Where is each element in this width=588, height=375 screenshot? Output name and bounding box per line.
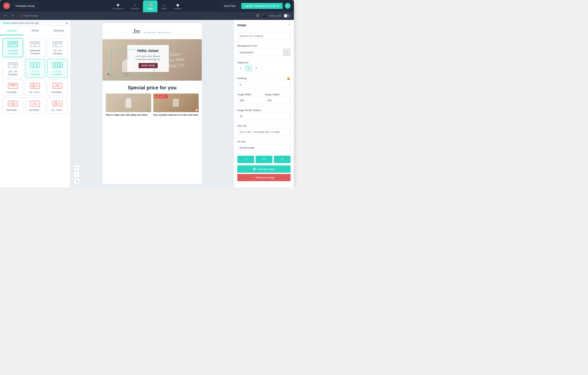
bg-color-section: Background Color <box>234 42 294 59</box>
undo-icon: ↩ <box>4 14 7 18</box>
nav-comments[interactable]: 💬 Comments <box>109 2 127 11</box>
tab-items[interactable]: Items <box>23 26 47 35</box>
mobile-icon: 📱 <box>262 14 266 18</box>
tab-layouts[interactable]: Layouts <box>0 26 23 35</box>
helper-grid-toggle[interactable] <box>284 14 291 18</box>
flip-vertical-button[interactable]: ⇕ <box>274 156 291 163</box>
change-image-button[interactable]: 🖼 Change Image <box>237 165 291 173</box>
image-crosshair-button[interactable]: ⊕ <box>154 94 158 99</box>
align-right-button[interactable]: ≡ <box>253 65 260 71</box>
svg-rect-21 <box>58 62 60 68</box>
image-settings-button[interactable]: ⚙ <box>159 94 163 99</box>
image-height-input[interactable] <box>265 97 291 104</box>
toolbar-right: 🖥 📱 Helper grid <box>255 13 291 18</box>
layout-full-width[interactable]: Full WidthContainer <box>2 38 23 57</box>
layout-twothird-third[interactable]: 2/3 - 1/3Container <box>2 59 23 78</box>
main-area: Drafts saved a few seconds ago ◀ Layouts… <box>0 20 294 187</box>
layout-full-red3[interactable]: Full Width ... <box>25 97 46 114</box>
email-hero: CLAIREHILL Knew You Were king For <box>103 39 202 81</box>
border-radius-input[interactable] <box>237 113 291 119</box>
align-left-button[interactable]: ≡ <box>237 65 244 71</box>
layout-four-quarter-label: 4 x 1/4Container <box>52 70 63 76</box>
layout-third-twothird[interactable]: 1/3 - 2/3Container <box>47 38 68 57</box>
image-more-button[interactable]: ⋮ <box>164 94 168 99</box>
hero-text: Lorem ipsum dolor sit amet, consectetur … <box>132 55 165 61</box>
drafts-link[interactable]: Drafts <box>3 21 10 24</box>
search-section <box>234 30 294 42</box>
svg-rect-23 <box>8 83 18 89</box>
padding-section: Padding 🔒 <box>234 74 294 91</box>
svg-rect-12 <box>8 62 14 68</box>
help-button[interactable]: ? <box>285 3 291 9</box>
layout-four-quarter[interactable]: 4 x 1/4Container <box>47 59 68 78</box>
remove-image-button[interactable]: × Remove Image <box>237 174 291 181</box>
flip-horizontal-button[interactable]: ⇔ <box>255 156 273 163</box>
svg-point-28 <box>56 84 59 86</box>
zoom-in-button[interactable]: + <box>74 165 80 171</box>
redo-button[interactable]: ↪ <box>10 13 15 19</box>
toolbar-separator <box>17 14 18 18</box>
layout-third-red[interactable]: 1/3 - 2/3 C... <box>25 80 46 96</box>
url-link-section: URL link <box>234 122 294 138</box>
nav-code[interactable]: </> Code <box>158 2 170 11</box>
product-item-1: Evela How to make your skin glow and shi… <box>106 93 151 116</box>
collapse-sidebar-button[interactable]: ◀ <box>65 21 67 24</box>
remove-image-section: × Remove Image <box>234 174 294 184</box>
zoom-fit-button[interactable]: ⤡ <box>74 178 80 184</box>
product-image-1: Evela <box>106 93 151 112</box>
bg-color-input[interactable] <box>238 49 283 55</box>
alt-text-input[interactable] <box>237 144 291 151</box>
special-price-title: Special price for you <box>106 85 199 91</box>
tab-settings[interactable]: Settings <box>47 26 70 35</box>
layout-full-width-red[interactable]: Full Width ... <box>2 80 23 96</box>
remove-icon: × <box>253 176 255 179</box>
layout-full-width-red2[interactable]: Full Width ... <box>47 80 68 96</box>
edit-button[interactable]: ✏️ Edit <box>143 0 158 12</box>
clear-design-button[interactable]: 🚫 Clear design <box>20 14 38 17</box>
height-section: Image Height <box>265 93 291 104</box>
sidebar-tabs: Layouts Items Settings <box>0 26 70 35</box>
svg-rect-17 <box>34 62 36 68</box>
image-icon: 🖼 <box>253 168 256 171</box>
svg-rect-11 <box>57 42 61 44</box>
search-input[interactable] <box>237 33 291 39</box>
svg-rect-8 <box>53 41 55 47</box>
close-button[interactable]: × <box>3 2 10 9</box>
svg-rect-32 <box>34 102 36 102</box>
desktop-view-button[interactable]: 🖥 <box>255 13 259 18</box>
layout-three-third[interactable]: 3 x 1/3Container <box>25 59 46 78</box>
nav-history[interactable]: 🕐 History <box>170 2 185 11</box>
hero-title: Hello, Anna! <box>132 49 165 53</box>
canvas-area: Jm JASMINE MANAKA CLAIREHILL <box>71 20 234 187</box>
shop-now-button[interactable]: SHOP NOW <box>138 63 158 68</box>
image-toolbar: ⊕ ⚙ ⋮ <box>154 94 168 99</box>
layout-half-width[interactable]: Half WidthContainer <box>25 38 46 57</box>
align-center-button[interactable]: ≡ <box>245 65 252 71</box>
svg-rect-1 <box>9 42 17 44</box>
bg-color-swatch[interactable] <box>283 49 290 56</box>
undo-button[interactable]: ↩ <box>3 13 8 19</box>
chevron-down-icon: ▼ <box>277 4 279 8</box>
url-link-input[interactable] <box>237 129 291 135</box>
drafts-bar: Drafts saved a few seconds ago ◀ <box>0 20 70 26</box>
resize-handle[interactable] <box>195 109 198 111</box>
mobile-view-button[interactable]: 📱 <box>262 13 266 18</box>
lock-icon[interactable]: 🔒 <box>286 76 291 80</box>
svg-rect-10 <box>53 42 55 44</box>
image-width-input[interactable] <box>237 97 263 104</box>
layouts-grid: Full WidthContainer Half Width <box>0 35 70 187</box>
update-template-button[interactable]: Update Template and Exit ▼ <box>241 3 283 9</box>
send-test-button[interactable]: Send Test <box>220 3 239 9</box>
zoom-out-button[interactable]: − <box>74 172 80 177</box>
padding-input[interactable] <box>237 81 291 88</box>
hero-content-box: Hello, Anna! Lorem ipsum dolor sit amet,… <box>127 45 169 72</box>
layout-half-red[interactable]: Half Width ... <box>2 97 23 114</box>
crop-button[interactable]: ⤢ <box>237 156 254 163</box>
change-image-section: 🖼 Change Image <box>234 165 294 174</box>
nav-preview[interactable]: 👁 Preview <box>127 2 143 11</box>
template-library-button[interactable]: Template Library <box>12 3 38 9</box>
product-item-2: ⊕ ⚙ ⋮ <box>153 93 199 116</box>
panel-close-button[interactable]: × <box>288 23 291 27</box>
layout-third-red2-label: 1/3 - 2/3 R... <box>51 109 64 111</box>
layout-third-red2[interactable]: 1/3 - 2/3 R... <box>47 97 68 114</box>
